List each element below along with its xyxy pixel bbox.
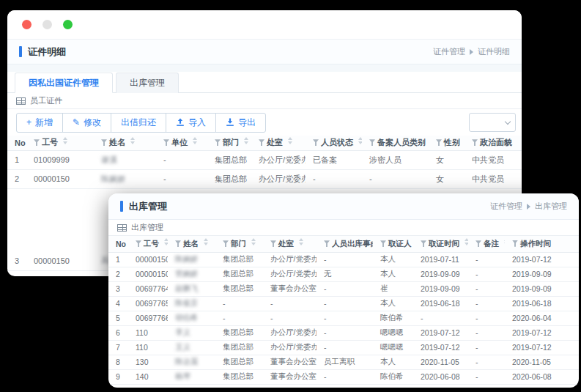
column-header[interactable]: 政治面貌: [465, 136, 522, 150]
table-cell: 本人: [373, 296, 413, 311]
column-header[interactable]: 人员状态: [306, 136, 362, 150]
filter-funnel-icon[interactable]: [270, 240, 276, 247]
column-header[interactable]: 取证时间: [413, 236, 468, 252]
column-header[interactable]: 处室: [263, 236, 317, 252]
table-cell: -: [413, 311, 468, 325]
filter-funnel-icon[interactable]: [34, 139, 40, 146]
filter-funnel-icon[interactable]: [313, 139, 319, 146]
column-header[interactable]: 处室: [251, 136, 306, 150]
breadcrumb-current[interactable]: 出库管理: [535, 201, 567, 212]
sort-carets-icon[interactable]: [204, 238, 208, 245]
column-header-label: No: [15, 138, 26, 147]
sort-carets-icon[interactable]: [288, 137, 292, 144]
table-cell: -: [317, 340, 373, 355]
table-row[interactable]: 7110王义集团总部办公厅/党委办公室-嗯嗯嗯2019-07-12-2019-0…: [108, 340, 579, 355]
page-title: 出库管理: [129, 200, 167, 213]
sort-carets-icon[interactable]: [63, 137, 67, 144]
zoom-button[interactable]: [63, 20, 73, 29]
table-cell: 00697764: [128, 281, 168, 296]
column-header-label: 取证时间: [429, 239, 459, 248]
column-header[interactable]: 备注: [468, 236, 505, 252]
column-header-label: 政治面貌: [480, 138, 512, 147]
sort-carets-icon[interactable]: [465, 238, 468, 245]
column-header[interactable]: 单位: [156, 136, 207, 150]
filter-funnel-icon[interactable]: [369, 139, 375, 146]
table-row[interactable]: 300697764赵鹏飞集团总部董事会办公室-崔2019-09-09-2019-…: [108, 281, 579, 296]
tab-outbound-management[interactable]: 出库管理: [116, 73, 179, 93]
table-row[interactable]: 400697765陈俊弃---本人2019-06-18-2019-06-18: [108, 296, 579, 311]
table-row[interactable]: 500697766胡伯希---陈伯希--2020-06-04: [108, 311, 579, 325]
breadcrumb-current[interactable]: 证件明细: [478, 46, 510, 57]
column-header[interactable]: 人员出库事由: [317, 236, 373, 252]
minimize-button[interactable]: [42, 20, 52, 29]
add-button[interactable]: + 新增: [16, 113, 63, 133]
lend-return-button[interactable]: 出借归还: [111, 113, 166, 133]
table-cell: 00000150: [128, 267, 168, 281]
sort-carets-icon[interactable]: [251, 238, 256, 245]
tab-private-abroad-certs[interactable]: 因私出国证件管理: [15, 73, 113, 93]
table-cell: -: [317, 325, 373, 340]
table-cell: 2019-07-12: [505, 340, 579, 355]
column-header[interactable]: 取证人: [373, 236, 413, 252]
sort-carets-icon[interactable]: [504, 238, 505, 245]
column-header[interactable]: 工号: [128, 236, 168, 252]
filter-funnel-icon[interactable]: [436, 139, 442, 146]
table-cell: 110: [128, 325, 168, 340]
sort-carets-icon[interactable]: [164, 238, 168, 245]
filter-funnel-icon[interactable]: [136, 240, 141, 247]
table-cell: -: [468, 355, 505, 369]
column-header[interactable]: 姓名: [94, 136, 156, 150]
column-header[interactable]: 性别: [429, 136, 465, 150]
table-row[interactable]: 9140杨琴集团总部董事会办公室-陈伯希2020-06-08-2020-06-0…: [108, 369, 579, 384]
table-cell: 00000150: [26, 169, 94, 188]
filter-funnel-icon[interactable]: [421, 240, 426, 247]
filter-funnel-icon[interactable]: [163, 139, 169, 146]
import-button[interactable]: 导入: [166, 113, 216, 133]
table-row[interactable]: 8130陈达晨集团总部董事会办公室员工离职本人2020-11-05-2020-1…: [108, 355, 579, 369]
breadcrumb: 证件管理 证件明细: [433, 46, 510, 57]
filter-select[interactable]: [469, 113, 516, 132]
column-header[interactable]: 操作时间: [505, 236, 579, 252]
sort-carets-icon[interactable]: [299, 238, 303, 245]
filter-funnel-icon[interactable]: [380, 240, 386, 247]
sort-carets-icon[interactable]: [244, 137, 248, 144]
sort-carets-icon[interactable]: [193, 137, 197, 144]
table-row[interactable]: 6110李义集团总部办公厅/党委办公室-嗯嗯嗯2019-07-12-2019-0…: [108, 325, 579, 340]
filter-funnel-icon[interactable]: [215, 139, 221, 146]
column-header[interactable]: 部门: [207, 136, 251, 150]
column-header[interactable]: 姓名: [168, 236, 215, 252]
table-cell: 9: [108, 369, 128, 384]
export-button[interactable]: 导出: [215, 113, 266, 133]
sort-carets-icon[interactable]: [130, 137, 135, 144]
column-header[interactable]: 备案人员类别: [362, 136, 429, 150]
filter-funnel-icon[interactable]: [175, 240, 181, 247]
column-header[interactable]: 工号: [26, 136, 94, 150]
table-row[interactable]: 200000150雷婉娇集团总部办公厅/党委办公室无本人2019-09-09-2…: [108, 267, 579, 281]
filter-funnel-icon[interactable]: [324, 240, 330, 247]
filter-funnel-icon[interactable]: [475, 240, 481, 247]
filter-funnel-icon[interactable]: [512, 240, 518, 247]
filter-funnel-icon[interactable]: [259, 139, 264, 146]
window-chrome: [7, 10, 522, 40]
table-cell: 2019-07-12: [505, 325, 579, 340]
column-header[interactable]: 部门: [215, 236, 263, 252]
filter-funnel-icon[interactable]: [472, 139, 478, 146]
table-cell: 2019-07-11: [413, 252, 468, 267]
breadcrumb-parent[interactable]: 证件管理: [433, 46, 465, 57]
table-cell: 办公厅/党委办公室: [263, 340, 317, 355]
sort-carets-icon[interactable]: [358, 137, 362, 144]
table-row[interactable]: 100000150陈婉娇集团总部办公厅/党委办公室-本人2019-07-11-2…: [108, 252, 579, 267]
table-cell: 董事会办公室: [263, 369, 317, 384]
table-row[interactable]: 200000150陈婉娇-集团总部办公厅/党委办公室--女中共党员: [7, 169, 522, 188]
edit-button[interactable]: ✎ 修改: [62, 113, 111, 133]
filter-funnel-icon[interactable]: [223, 240, 229, 247]
column-header-label: 工号: [42, 138, 58, 147]
edit-icon: ✎: [73, 118, 80, 127]
filter-funnel-icon[interactable]: [101, 139, 107, 146]
breadcrumb-parent[interactable]: 证件管理: [490, 201, 522, 212]
column-header-label: 姓名: [109, 138, 125, 147]
table-cell: 2020-06-08: [413, 369, 468, 384]
close-button[interactable]: [22, 20, 32, 29]
table-row[interactable]: 101009999谢溪-集团总部办公厅/党委办公室已备案涉密人员女中共党员: [7, 150, 522, 169]
table-cell: 嗯嗯嗯: [373, 340, 413, 355]
